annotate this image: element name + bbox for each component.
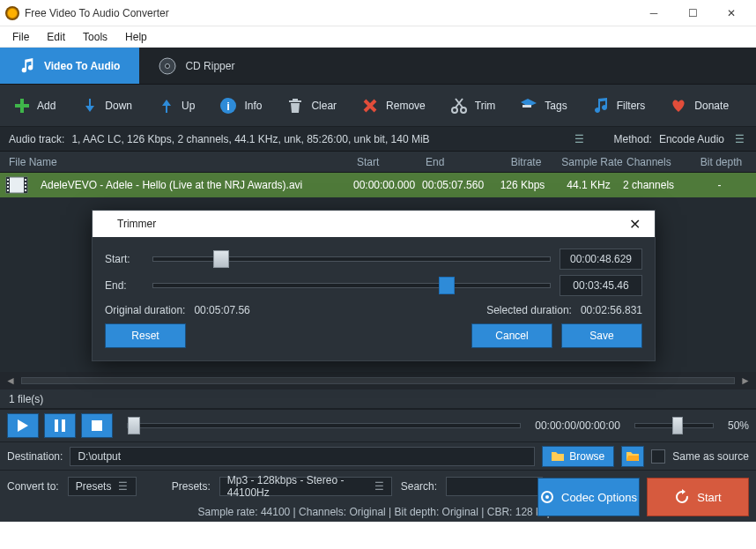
original-duration-value: 00:05:07.56	[194, 304, 249, 316]
audio-track-value[interactable]: 1, AAC LC, 126 Kbps, 2 channels, 44.1 KH…	[71, 133, 564, 145]
save-button[interactable]: Save	[561, 323, 642, 348]
clear-button[interactable]: Clear	[286, 97, 337, 115]
start-slider[interactable]	[152, 256, 551, 262]
col-channels[interactable]: Channels	[626, 156, 695, 168]
tab-label: Video To Audio	[44, 60, 120, 72]
preset-select[interactable]: Mp3 - 128kbps - Stereo - 44100Hz☰	[219, 477, 392, 496]
start-value[interactable]: 00:00:48.629	[560, 249, 642, 270]
hamburger-icon: ☰	[118, 480, 128, 493]
col-start[interactable]: Start	[357, 156, 426, 168]
slider-thumb[interactable]	[439, 277, 455, 294]
selected-duration-value: 00:02:56.831	[581, 304, 642, 316]
browse-label: Browse	[569, 450, 604, 463]
menu-help[interactable]: Help	[116, 28, 156, 46]
scroll-left-icon[interactable]: ◄	[5, 375, 16, 387]
col-filename[interactable]: File Name	[9, 156, 357, 168]
scroll-right-icon[interactable]: ►	[740, 375, 751, 387]
donate-button[interactable]: Donate	[670, 97, 729, 115]
convert-to-label: Convert to:	[7, 480, 59, 493]
dialog-close-button[interactable]: ✕	[622, 214, 648, 234]
cell-samplerate: 44.1 KHz	[554, 179, 623, 191]
folder-icon	[552, 451, 564, 462]
down-button[interactable]: Down	[80, 97, 132, 115]
tag-icon	[520, 97, 537, 115]
svg-text:i: i	[227, 100, 231, 113]
svg-point-4	[452, 108, 457, 113]
slider-thumb[interactable]	[672, 417, 683, 434]
presets-label: Presets:	[172, 480, 211, 493]
cell-end: 00:05:07.560	[422, 179, 491, 191]
destination-input[interactable]: D:\output	[70, 447, 535, 466]
seek-slider[interactable]	[127, 423, 521, 428]
volume-slider[interactable]	[634, 423, 714, 428]
codec-options-button[interactable]: Codec Options	[537, 478, 640, 516]
method-label: Method:	[614, 133, 652, 145]
app-icon	[100, 218, 112, 230]
tab-video-to-audio[interactable]: Video To Audio	[0, 48, 139, 84]
minimize-button[interactable]: ─	[634, 1, 673, 26]
app-icon	[5, 6, 19, 20]
music-note-icon	[19, 58, 35, 74]
svg-rect-10	[7, 182, 9, 184]
start-button[interactable]: Start	[647, 478, 749, 516]
pause-button[interactable]	[44, 413, 76, 438]
play-button[interactable]	[7, 413, 39, 438]
convert-to-select[interactable]: Presets☰	[68, 477, 137, 496]
add-button[interactable]: Add	[12, 97, 56, 115]
search-input[interactable]	[446, 477, 543, 496]
horizontal-scrollbar[interactable]: ◄ ►	[0, 372, 756, 389]
cd-icon	[159, 57, 176, 75]
file-row[interactable]: AdeleVEVO - Adele - Hello (Live at the N…	[0, 173, 756, 197]
selected-duration-label: Selected duration:	[486, 304, 572, 316]
menu-edit[interactable]: Edit	[38, 28, 74, 46]
stop-button[interactable]	[81, 413, 113, 438]
trimmer-dialog: Trimmer ✕ Start: 00:00:48.629 End: 00:03…	[92, 210, 656, 361]
svg-rect-11	[7, 186, 9, 188]
end-value[interactable]: 00:03:45.46	[560, 275, 642, 296]
slider-thumb[interactable]	[213, 250, 229, 268]
menu-tools[interactable]: Tools	[74, 28, 116, 46]
player-controls: 00:00:00/00:00:00 50%	[0, 409, 756, 442]
info-button[interactable]: iInfo	[219, 97, 262, 115]
remove-button[interactable]: Remove	[361, 97, 426, 115]
add-label: Add	[37, 100, 56, 112]
filters-button[interactable]: Filters	[592, 97, 646, 115]
cell-bitrate: 126 Kbps	[491, 179, 554, 191]
filters-label: Filters	[617, 100, 646, 112]
gear-icon	[540, 490, 554, 504]
svg-point-5	[461, 108, 466, 113]
browse-button[interactable]: Browse	[542, 446, 614, 467]
col-bitrate[interactable]: Bitrate	[494, 156, 558, 168]
same-as-source-checkbox[interactable]	[651, 449, 665, 464]
close-button[interactable]: ✕	[712, 1, 751, 26]
hamburger-icon[interactable]: ☰	[572, 133, 588, 145]
open-folder-button[interactable]	[621, 446, 644, 467]
end-slider[interactable]	[152, 283, 551, 288]
trim-button[interactable]: Trim	[450, 97, 496, 115]
cell-start: 00:00:00.000	[353, 179, 422, 191]
toolbar: Add Down Up iInfo Clear Remove Trim Tags…	[0, 85, 756, 127]
tab-cd-ripper[interactable]: CD Ripper	[139, 48, 254, 84]
svg-rect-16	[25, 189, 26, 191]
menubar: File Edit Tools Help	[0, 26, 756, 48]
col-samplerate[interactable]: Sample Rate	[558, 156, 626, 168]
maximize-button[interactable]: ☐	[673, 1, 712, 26]
hamburger-icon[interactable]: ☰	[731, 133, 747, 145]
scrollbar-track[interactable]	[21, 377, 735, 384]
col-bitdepth[interactable]: Bit depth	[695, 156, 747, 168]
cancel-button[interactable]: Cancel	[471, 323, 552, 348]
main-tabs: Video To Audio CD Ripper	[0, 48, 756, 85]
cell-bitdepth: -	[692, 179, 747, 191]
convert-to-value: Presets	[76, 480, 112, 493]
destination-label: Destination:	[7, 450, 63, 463]
slider-thumb[interactable]	[128, 417, 140, 434]
tags-button[interactable]: Tags	[520, 97, 567, 115]
svg-rect-19	[92, 420, 102, 431]
menu-file[interactable]: File	[4, 28, 38, 46]
reset-button[interactable]: Reset	[105, 323, 186, 348]
titlebar: Free Video To Audio Converter ─ ☐ ✕	[0, 0, 756, 26]
col-end[interactable]: End	[426, 156, 494, 168]
method-value[interactable]: Encode Audio	[659, 133, 724, 145]
up-button[interactable]: Up	[157, 97, 195, 115]
volume-value: 50%	[728, 419, 749, 432]
